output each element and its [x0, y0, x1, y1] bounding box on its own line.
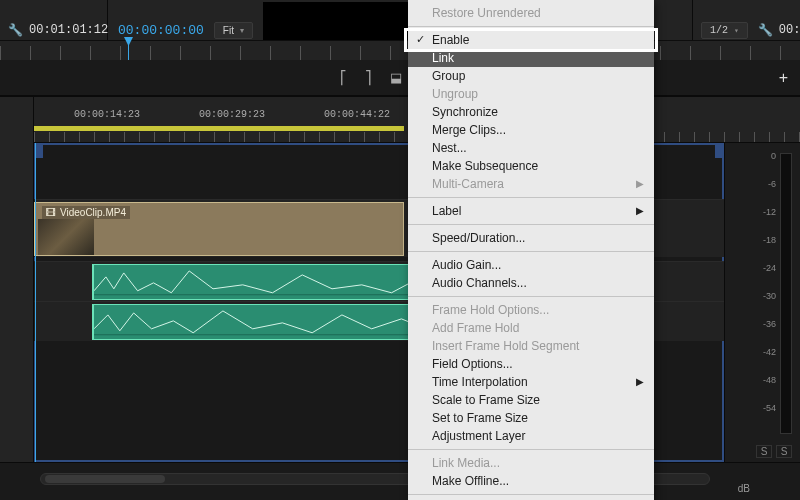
mark-in-icon[interactable]: ⎡	[340, 70, 347, 85]
chevron-down-icon: ▾	[240, 26, 244, 35]
menu-item-add-frame-hold: Add Frame Hold	[408, 319, 654, 337]
menu-item-insert-frame-hold-segment: Insert Frame Hold Segment	[408, 337, 654, 355]
db-label: -30	[763, 291, 776, 301]
mark-out-icon[interactable]: ⎤	[365, 70, 372, 85]
menu-separator	[408, 251, 654, 252]
menu-separator	[408, 296, 654, 297]
menu-item-group[interactable]: Group	[408, 67, 654, 85]
bottom-bar: dB	[0, 462, 800, 500]
menu-item-multi-camera: Multi-Camera▶	[408, 175, 654, 193]
audio-clip[interactable]	[92, 264, 462, 300]
add-marker-icon[interactable]: ⬓	[390, 70, 402, 85]
ruler-label: 00:00:14:23	[74, 109, 140, 120]
menu-item-audio-channels[interactable]: Audio Channels...	[408, 274, 654, 292]
source-timecode[interactable]: 00:01:01:12	[29, 23, 108, 37]
menu-item-label: Speed/Duration...	[432, 231, 525, 245]
check-icon: ✓	[416, 33, 425, 46]
menu-item-frame-hold-options: Frame Hold Options...	[408, 301, 654, 319]
timeline-panel: 00:00:14:23 00:00:29:23 00:00:44:22 🎞 Vi…	[0, 96, 800, 462]
range-handle-left[interactable]	[35, 144, 43, 158]
clip-name: VideoClip.MP4	[60, 207, 126, 218]
wrench-icon[interactable]: 🔧	[758, 23, 773, 38]
menu-separator	[408, 449, 654, 450]
menu-item-time-interpolation[interactable]: Time Interpolation▶	[408, 373, 654, 391]
menu-item-scale-to-frame-size[interactable]: Scale to Frame Size	[408, 391, 654, 409]
menu-item-label: Audio Channels...	[432, 276, 527, 290]
menu-item-make-subsequence[interactable]: Make Subsequence	[408, 157, 654, 175]
menu-separator	[408, 26, 654, 27]
menu-item-label: Synchronize	[432, 105, 498, 119]
menu-item-nest[interactable]: Nest...	[408, 139, 654, 157]
menu-item-adjustment-layer[interactable]: Adjustment Layer	[408, 427, 654, 445]
menu-separator	[408, 197, 654, 198]
menu-item-synchronize[interactable]: Synchronize	[408, 103, 654, 121]
menu-item-label: Adjustment Layer	[432, 429, 525, 443]
menu-item-set-to-frame-size[interactable]: Set to Frame Size	[408, 409, 654, 427]
db-unit-label: dB	[738, 483, 750, 494]
add-button[interactable]: +	[779, 69, 788, 87]
menu-item-label: Frame Hold Options...	[432, 303, 549, 317]
menu-item-audio-gain[interactable]: Audio Gain...	[408, 256, 654, 274]
monitor-time-ruler[interactable]	[0, 40, 800, 60]
menu-item-label: Time Interpolation	[432, 375, 528, 389]
resolution-select[interactable]: 1/2 ▾	[701, 22, 748, 39]
zoom-fit-select[interactable]: Fit ▾	[214, 22, 253, 39]
menu-item-make-offline[interactable]: Make Offline...	[408, 472, 654, 490]
menu-item-label: Merge Clips...	[432, 123, 506, 137]
menu-item-enable[interactable]: Enable✓	[408, 31, 654, 49]
video-clip[interactable]: 🎞 VideoClip.MP4	[34, 202, 404, 256]
menu-item-label: Ungroup	[432, 87, 478, 101]
range-handle-right[interactable]	[715, 144, 723, 158]
db-label: -12	[763, 207, 776, 217]
db-label: -18	[763, 235, 776, 245]
submenu-arrow-icon: ▶	[636, 178, 644, 189]
transport-toolbar: ⎡ ⎤ ⬓ |◀ +	[0, 60, 800, 96]
sequence-playhead[interactable]	[35, 143, 36, 462]
menu-item-label: Link Media...	[432, 456, 500, 470]
work-area-bar[interactable]	[34, 126, 404, 131]
menu-item-label: Enable	[432, 33, 469, 47]
db-label: -42	[763, 347, 776, 357]
solo-button[interactable]: S	[756, 445, 772, 458]
db-label: -54	[763, 403, 776, 413]
menu-item-link[interactable]: Link	[408, 49, 654, 67]
menu-item-label[interactable]: Label▶	[408, 202, 654, 220]
level-meter	[780, 153, 792, 434]
chevron-down-icon: ▾	[734, 26, 739, 35]
db-label: 0	[771, 151, 776, 161]
menu-item-label: Field Options...	[432, 357, 513, 371]
solo-button[interactable]: S	[776, 445, 792, 458]
menu-item-merge-clips[interactable]: Merge Clips...	[408, 121, 654, 139]
film-icon: 🎞	[46, 207, 56, 218]
program-out-timecode[interactable]: 00:01:10:15	[779, 23, 800, 37]
menu-item-field-options[interactable]: Field Options...	[408, 355, 654, 373]
wrench-icon[interactable]: 🔧	[8, 23, 23, 38]
program-playhead-timecode[interactable]: 00:00:00:00	[118, 23, 204, 38]
clip-thumbnail	[38, 219, 94, 255]
clip-label: 🎞 VideoClip.MP4	[42, 206, 130, 219]
menu-item-label: Multi-Camera	[432, 177, 504, 191]
waveform-icon	[94, 305, 461, 340]
scrollbar-thumb[interactable]	[45, 475, 165, 483]
ruler-ticks	[0, 46, 800, 60]
db-label: -36	[763, 319, 776, 329]
menu-item-label: Add Frame Hold	[432, 321, 519, 335]
menu-item-label: Link	[432, 51, 454, 65]
db-label: -24	[763, 263, 776, 273]
audio-clip[interactable]	[92, 304, 462, 340]
menu-separator	[408, 494, 654, 495]
ruler-label: 00:00:44:22	[324, 109, 390, 120]
menu-item-link-media: Link Media...	[408, 454, 654, 472]
menu-item-speed-duration[interactable]: Speed/Duration...	[408, 229, 654, 247]
playhead[interactable]	[128, 41, 129, 60]
menu-item-label: Make Offline...	[432, 474, 509, 488]
track-header-column[interactable]	[0, 97, 34, 462]
clip-context-menu[interactable]: Restore UnrenderedEnable✓LinkGroupUngrou…	[408, 0, 654, 500]
menu-item-ungroup: Ungroup	[408, 85, 654, 103]
submenu-arrow-icon: ▶	[636, 376, 644, 387]
menu-item-label: Group	[432, 69, 465, 83]
menu-item-label: Scale to Frame Size	[432, 393, 540, 407]
menu-item-label: Audio Gain...	[432, 258, 501, 272]
menu-item-label: Nest...	[432, 141, 467, 155]
playhead-knob-icon	[124, 37, 133, 46]
